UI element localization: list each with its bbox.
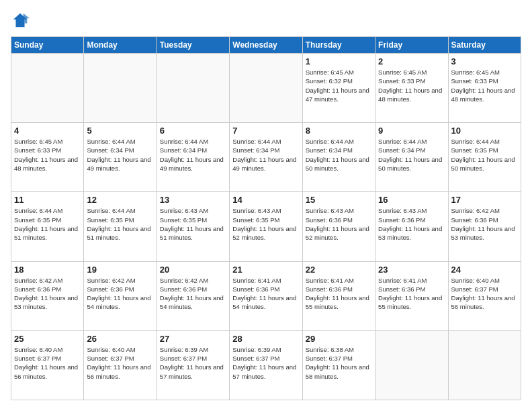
- calendar-cell: [157, 54, 229, 123]
- calendar-cell: 18Sunrise: 6:42 AM Sunset: 6:36 PM Dayli…: [11, 261, 84, 330]
- day-info: Sunrise: 6:43 AM Sunset: 6:36 PM Dayligh…: [306, 206, 372, 242]
- day-number: 26: [87, 334, 153, 344]
- day-number: 17: [451, 195, 518, 205]
- day-number: 16: [378, 195, 445, 205]
- weekday-header: Wednesday: [230, 37, 302, 54]
- day-info: Sunrise: 6:38 AM Sunset: 6:37 PM Dayligh…: [306, 345, 372, 381]
- day-number: 1: [306, 56, 372, 66]
- day-info: Sunrise: 6:42 AM Sunset: 6:36 PM Dayligh…: [87, 276, 153, 312]
- day-info: Sunrise: 6:45 AM Sunset: 6:33 PM Dayligh…: [451, 68, 518, 103]
- calendar-cell: [84, 54, 157, 123]
- calendar-week-row: 18Sunrise: 6:42 AM Sunset: 6:36 PM Dayli…: [11, 261, 521, 330]
- calendar-cell: 17Sunrise: 6:42 AM Sunset: 6:36 PM Dayli…: [448, 192, 521, 261]
- page: SundayMondayTuesdayWednesdayThursdayFrid…: [0, 0, 532, 411]
- calendar-cell: 6Sunrise: 6:44 AM Sunset: 6:34 PM Daylig…: [157, 123, 229, 192]
- header: [11, 11, 521, 30]
- calendar-cell: 24Sunrise: 6:40 AM Sunset: 6:37 PM Dayli…: [448, 261, 521, 330]
- day-info: Sunrise: 6:42 AM Sunset: 6:36 PM Dayligh…: [160, 276, 226, 312]
- day-info: Sunrise: 6:39 AM Sunset: 6:37 PM Dayligh…: [232, 345, 299, 381]
- day-number: 23: [378, 265, 445, 275]
- calendar-cell: 2Sunrise: 6:45 AM Sunset: 6:33 PM Daylig…: [375, 54, 448, 123]
- day-info: Sunrise: 6:45 AM Sunset: 6:33 PM Dayligh…: [14, 137, 81, 173]
- day-number: 27: [160, 334, 226, 344]
- day-info: Sunrise: 6:40 AM Sunset: 6:37 PM Dayligh…: [451, 276, 518, 312]
- calendar-cell: [230, 54, 302, 123]
- calendar-cell: [375, 330, 448, 400]
- calendar-cell: 14Sunrise: 6:43 AM Sunset: 6:35 PM Dayli…: [230, 192, 302, 261]
- day-number: 13: [160, 195, 226, 205]
- day-info: Sunrise: 6:41 AM Sunset: 6:36 PM Dayligh…: [232, 276, 299, 312]
- calendar-cell: 16Sunrise: 6:43 AM Sunset: 6:36 PM Dayli…: [375, 192, 448, 261]
- calendar-cell: 20Sunrise: 6:42 AM Sunset: 6:36 PM Dayli…: [157, 261, 229, 330]
- day-number: 6: [160, 126, 226, 136]
- day-number: 3: [451, 56, 518, 66]
- calendar-cell: 1Sunrise: 6:45 AM Sunset: 6:32 PM Daylig…: [302, 54, 375, 123]
- calendar-cell: [11, 54, 84, 123]
- logo-icon: [11, 11, 30, 30]
- day-info: Sunrise: 6:45 AM Sunset: 6:32 PM Dayligh…: [306, 68, 372, 103]
- day-number: 20: [160, 265, 226, 275]
- calendar-cell: 7Sunrise: 6:44 AM Sunset: 6:34 PM Daylig…: [230, 123, 302, 192]
- day-number: 11: [14, 195, 81, 205]
- calendar-cell: 12Sunrise: 6:44 AM Sunset: 6:35 PM Dayli…: [84, 192, 157, 261]
- day-info: Sunrise: 6:43 AM Sunset: 6:35 PM Dayligh…: [160, 206, 226, 242]
- calendar-cell: 19Sunrise: 6:42 AM Sunset: 6:36 PM Dayli…: [84, 261, 157, 330]
- weekday-header: Tuesday: [157, 37, 229, 54]
- day-info: Sunrise: 6:42 AM Sunset: 6:36 PM Dayligh…: [451, 206, 518, 242]
- day-number: 22: [306, 265, 372, 275]
- weekday-header-row: SundayMondayTuesdayWednesdayThursdayFrid…: [11, 37, 521, 54]
- day-number: 28: [232, 334, 299, 344]
- day-number: 19: [87, 265, 153, 275]
- day-info: Sunrise: 6:44 AM Sunset: 6:34 PM Dayligh…: [232, 137, 299, 173]
- day-number: 25: [14, 334, 81, 344]
- day-info: Sunrise: 6:41 AM Sunset: 6:36 PM Dayligh…: [378, 276, 445, 312]
- weekday-header: Sunday: [11, 37, 84, 54]
- day-info: Sunrise: 6:44 AM Sunset: 6:34 PM Dayligh…: [87, 137, 153, 173]
- day-info: Sunrise: 6:45 AM Sunset: 6:33 PM Dayligh…: [378, 68, 445, 103]
- day-number: 9: [378, 126, 445, 136]
- calendar-cell: 26Sunrise: 6:40 AM Sunset: 6:37 PM Dayli…: [84, 330, 157, 400]
- calendar-cell: 9Sunrise: 6:44 AM Sunset: 6:34 PM Daylig…: [375, 123, 448, 192]
- calendar-cell: 22Sunrise: 6:41 AM Sunset: 6:36 PM Dayli…: [302, 261, 375, 330]
- calendar-cell: 8Sunrise: 6:44 AM Sunset: 6:34 PM Daylig…: [302, 123, 375, 192]
- weekday-header: Friday: [375, 37, 448, 54]
- day-info: Sunrise: 6:42 AM Sunset: 6:36 PM Dayligh…: [14, 276, 81, 312]
- day-number: 5: [87, 126, 153, 136]
- day-info: Sunrise: 6:44 AM Sunset: 6:34 PM Dayligh…: [378, 137, 445, 173]
- day-number: 15: [306, 195, 372, 205]
- day-info: Sunrise: 6:44 AM Sunset: 6:35 PM Dayligh…: [451, 137, 518, 173]
- day-number: 2: [378, 56, 445, 66]
- day-info: Sunrise: 6:40 AM Sunset: 6:37 PM Dayligh…: [14, 345, 81, 381]
- calendar-cell: 25Sunrise: 6:40 AM Sunset: 6:37 PM Dayli…: [11, 330, 84, 400]
- calendar-cell: 10Sunrise: 6:44 AM Sunset: 6:35 PM Dayli…: [448, 123, 521, 192]
- weekday-header: Monday: [84, 37, 157, 54]
- calendar-cell: 3Sunrise: 6:45 AM Sunset: 6:33 PM Daylig…: [448, 54, 521, 123]
- day-info: Sunrise: 6:44 AM Sunset: 6:35 PM Dayligh…: [87, 206, 153, 242]
- day-number: 10: [451, 126, 518, 136]
- calendar: SundayMondayTuesdayWednesdayThursdayFrid…: [11, 36, 521, 400]
- day-number: 18: [14, 265, 81, 275]
- weekday-header: Saturday: [448, 37, 521, 54]
- calendar-cell: [448, 330, 521, 400]
- day-number: 24: [451, 265, 518, 275]
- calendar-cell: 27Sunrise: 6:39 AM Sunset: 6:37 PM Dayli…: [157, 330, 229, 400]
- calendar-cell: 29Sunrise: 6:38 AM Sunset: 6:37 PM Dayli…: [302, 330, 375, 400]
- day-info: Sunrise: 6:44 AM Sunset: 6:34 PM Dayligh…: [306, 137, 372, 173]
- day-number: 4: [14, 126, 81, 136]
- day-info: Sunrise: 6:43 AM Sunset: 6:36 PM Dayligh…: [378, 206, 445, 242]
- day-info: Sunrise: 6:44 AM Sunset: 6:34 PM Dayligh…: [160, 137, 226, 173]
- day-info: Sunrise: 6:41 AM Sunset: 6:36 PM Dayligh…: [306, 276, 372, 312]
- calendar-cell: 4Sunrise: 6:45 AM Sunset: 6:33 PM Daylig…: [11, 123, 84, 192]
- calendar-cell: 15Sunrise: 6:43 AM Sunset: 6:36 PM Dayli…: [302, 192, 375, 261]
- weekday-header: Thursday: [302, 37, 375, 54]
- day-info: Sunrise: 6:40 AM Sunset: 6:37 PM Dayligh…: [87, 345, 153, 381]
- day-number: 21: [232, 265, 299, 275]
- calendar-cell: 28Sunrise: 6:39 AM Sunset: 6:37 PM Dayli…: [230, 330, 302, 400]
- calendar-week-row: 1Sunrise: 6:45 AM Sunset: 6:32 PM Daylig…: [11, 54, 521, 123]
- day-info: Sunrise: 6:44 AM Sunset: 6:35 PM Dayligh…: [14, 206, 81, 242]
- calendar-cell: 11Sunrise: 6:44 AM Sunset: 6:35 PM Dayli…: [11, 192, 84, 261]
- day-info: Sunrise: 6:43 AM Sunset: 6:35 PM Dayligh…: [232, 206, 299, 242]
- logo: [11, 11, 32, 30]
- calendar-cell: 21Sunrise: 6:41 AM Sunset: 6:36 PM Dayli…: [230, 261, 302, 330]
- calendar-week-row: 4Sunrise: 6:45 AM Sunset: 6:33 PM Daylig…: [11, 123, 521, 192]
